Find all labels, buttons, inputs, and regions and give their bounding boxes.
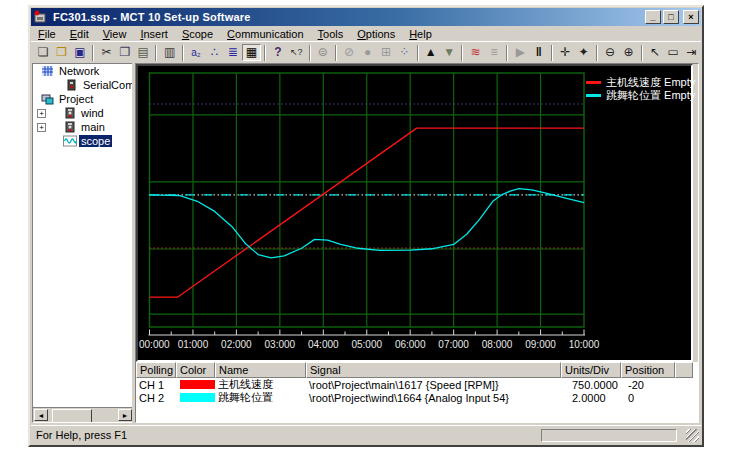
tree-item-label: Project [57, 93, 95, 105]
ch2-color-swatch [586, 94, 601, 97]
tree-item-main[interactable]: + main [33, 120, 133, 134]
scrollbar-thumb[interactable] [52, 409, 92, 423]
scroll-left-icon[interactable]: ◄ [34, 409, 48, 421]
project-tree-panel: Network SerialCom Project + wind + [32, 63, 134, 423]
menu-communication[interactable]: Communication [220, 27, 310, 41]
menu-help[interactable]: Help [402, 27, 439, 41]
move-up-icon[interactable]: ▲ [422, 44, 440, 61]
expand-plus-icon[interactable]: + [37, 109, 46, 118]
zoom-out-icon[interactable]: ⊖ [601, 44, 619, 61]
ch2-units-div: 2.0000 [561, 392, 621, 404]
resize-grip-icon[interactable] [686, 429, 699, 442]
menu-options[interactable]: Options [350, 27, 402, 41]
svg-text:04:000: 04:000 [308, 339, 339, 350]
ch2-legend-label: 跳舞轮位置 [606, 89, 661, 101]
pan-icon[interactable]: ✛ [556, 44, 574, 61]
header-filler [675, 362, 693, 378]
serial-device-icon [65, 79, 78, 91]
cursor-star-icon[interactable]: ✦ [574, 44, 592, 61]
read-drive-icon[interactable]: ⊞ [377, 44, 395, 61]
header-position[interactable]: Position [621, 362, 675, 378]
registers-icon[interactable]: a₂ [187, 44, 205, 61]
tree-horizontal-scrollbar[interactable]: ◄ ► [33, 407, 133, 422]
menu-insert[interactable]: Insert [133, 27, 175, 41]
status-help-text: For Help, press F1 [36, 429, 127, 441]
svg-text:00:000: 00:000 [139, 339, 170, 350]
header-units-div[interactable]: Units/Div [561, 362, 621, 378]
svg-text:03:000: 03:000 [265, 339, 296, 350]
toolbar-separator [92, 45, 94, 61]
help-icon[interactable]: ? [269, 44, 287, 61]
cut-icon[interactable]: ✂ [97, 44, 115, 61]
ch1-position: -20 [621, 379, 675, 391]
scope-waves-icon[interactable]: ≋ [466, 44, 484, 61]
channel-table-header: Polling Color Name Signal Units/Div Posi… [136, 362, 693, 378]
tree-item-serialcom[interactable]: SerialCom [33, 78, 133, 92]
tree-item-label: main [79, 121, 107, 133]
network-grid-icon [41, 65, 54, 77]
menu-edit[interactable]: Edit [63, 27, 96, 41]
svg-text:08:000: 08:000 [482, 339, 513, 350]
new-icon[interactable]: ❏ [34, 44, 52, 61]
play-icon[interactable]: ▶ [511, 44, 529, 61]
toolbar-separator [182, 45, 184, 61]
window-title: FC301.ssp - MCT 10 Set-up Software [53, 11, 643, 23]
header-name[interactable]: Name [215, 362, 306, 378]
print-icon[interactable]: ▥ [160, 44, 178, 61]
status-pane [541, 429, 677, 442]
save-icon[interactable]: ▣ [71, 44, 89, 61]
menu-scope[interactable]: Scope [175, 27, 220, 41]
tree-item-wind[interactable]: + wind [33, 106, 133, 120]
tree-item-network[interactable]: Network [33, 64, 133, 78]
svg-text:06:000: 06:000 [395, 339, 426, 350]
header-color[interactable]: Color [176, 362, 215, 378]
header-polling[interactable]: Polling [136, 362, 176, 378]
grid-view-icon[interactable]: ▦ [242, 44, 261, 61]
maximize-button[interactable]: □ [663, 10, 679, 24]
menu-file[interactable]: File [31, 27, 63, 41]
move-down-icon[interactable]: ▼ [440, 44, 458, 61]
menu-view[interactable]: View [96, 27, 134, 41]
close-button[interactable]: × [683, 10, 699, 24]
pointer-icon[interactable]: ↖ [646, 44, 664, 61]
header-signal[interactable]: Signal [306, 362, 561, 378]
ch2-position: 0 [621, 392, 675, 404]
toolbar-separator [641, 45, 643, 61]
ch2-color-cell [176, 393, 215, 402]
copy-icon[interactable]: ❐ [116, 44, 134, 61]
scope-chart[interactable]: 00:00001:00002:00003:00004:00005:00006:0… [138, 66, 691, 360]
connect-icon[interactable]: ⊜ [314, 44, 332, 61]
tree-item-scope[interactable]: scope [33, 134, 133, 148]
drive-icon [63, 121, 76, 133]
open-icon[interactable]: ❒ [52, 44, 70, 61]
pause-icon[interactable]: ‖ [530, 44, 548, 61]
title-bar[interactable]: FC301.ssp - MCT 10 Set-up Software _ □ × [31, 8, 701, 26]
minimize-button[interactable]: _ [645, 10, 661, 24]
expand-plus-icon[interactable]: + [37, 123, 46, 132]
svg-text:01:000: 01:000 [178, 339, 209, 350]
toolbar-separator [309, 45, 311, 61]
zoom-in-icon[interactable]: ⊕ [619, 44, 637, 61]
paste-icon[interactable]: ▤ [134, 44, 152, 61]
network-nodes-icon[interactable]: ⁘ [395, 44, 413, 61]
context-help-icon[interactable]: ↖? [287, 44, 305, 61]
scroll-right-icon[interactable]: ► [118, 409, 132, 421]
table-row-ch2[interactable]: CH 2 跳舞轮位置 \root\Project\wind\1664 {Anal… [136, 391, 693, 404]
stop-icon[interactable]: ⊘ [340, 44, 358, 61]
ch1-signal: \root\Project\main\1617 {Speed [RPM]} [306, 379, 561, 391]
ch2-signal: \root\Project\wind\1664 {Analog Input 54… [306, 392, 561, 404]
points-icon[interactable]: ∴ [205, 44, 223, 61]
toolbar-separator [264, 45, 266, 61]
tree-item-project[interactable]: Project [33, 92, 133, 106]
toolbar-separator [335, 45, 337, 61]
menu-tools[interactable]: Tools [311, 27, 351, 41]
toolbar-separator [155, 45, 157, 61]
flat-lines-icon[interactable]: ≡ [485, 44, 503, 61]
select-rect-icon[interactable]: ▭ [664, 44, 682, 61]
legend-entry-ch2: 跳舞轮位置 Empty [586, 89, 695, 102]
scope-plot-area[interactable]: 00:00001:00002:00003:00004:00005:00006:0… [136, 64, 693, 362]
toolbar-separator [417, 45, 419, 61]
record-icon[interactable]: ● [358, 44, 376, 61]
step-right-icon[interactable]: ⇥ [682, 44, 700, 61]
list-view-icon[interactable]: ≣ [224, 44, 242, 61]
